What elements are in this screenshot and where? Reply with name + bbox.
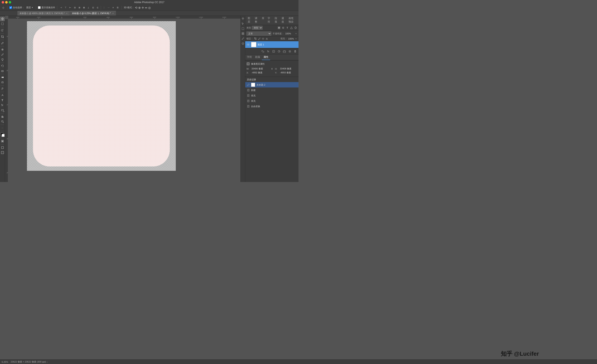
rp-tab-library[interactable]: 库 — [260, 16, 266, 25]
marquee-tool[interactable] — [0, 22, 5, 26]
add-mask-btn[interactable] — [272, 49, 276, 54]
text-tool[interactable]: T — [0, 98, 5, 103]
crop-tool[interactable] — [0, 34, 5, 39]
filter-pixel-icon[interactable] — [277, 26, 281, 29]
gradient-tool[interactable] — [0, 75, 5, 79]
add-fx-btn[interactable]: fx — [266, 49, 270, 54]
link-icon[interactable] — [270, 67, 273, 70]
minimize-button[interactable] — [5, 1, 8, 4]
align-middle-left[interactable]: ⊟ — [73, 6, 77, 10]
fill-expand-icon[interactable] — [295, 38, 297, 40]
maximize-button[interactable] — [9, 1, 11, 4]
show-transform-checkbox[interactable]: 显示变换控件 — [38, 6, 55, 9]
align-bottom-center[interactable]: ⊡ — [91, 6, 95, 10]
blend-mode-select[interactable]: 正常 — [246, 32, 271, 36]
align-middle-center[interactable]: ⊞ — [77, 6, 81, 10]
auto-select-checkbox[interactable]: 自动选择： — [9, 6, 24, 9]
tab-0-close[interactable]: ✕ — [66, 12, 68, 15]
tab-0[interactable]: 未标题-1 @ 406% (矩形 2 拷贝 9, CMYK/8) * ✕ — [17, 11, 70, 16]
rp-tab-character[interactable]: 字符 — [266, 16, 273, 25]
delete-layer-btn[interactable] — [293, 49, 297, 54]
link-layers-btn[interactable] — [261, 49, 265, 54]
screen-mode[interactable] — [0, 145, 5, 150]
lock-edit-icon[interactable] — [258, 37, 261, 40]
align-top-center[interactable]: ⊤ — [64, 6, 68, 10]
history-item-1[interactable]: 新建 — [245, 87, 298, 93]
filter-on-icon[interactable] — [294, 26, 297, 29]
align-middle-right[interactable]: ⊠ — [82, 6, 86, 10]
shape-tool[interactable]: ▶ — [0, 108, 5, 112]
ri-move-icon[interactable] — [241, 16, 245, 21]
3d-mode-icon5[interactable]: ◎ — [148, 6, 151, 9]
close-button[interactable] — [2, 1, 4, 4]
history-item-3[interactable]: 填充 — [245, 98, 298, 104]
layer-visibility-0[interactable] — [246, 43, 250, 46]
hand-tool[interactable] — [0, 114, 5, 119]
rp-tab-channels[interactable]: 通道 — [280, 16, 287, 25]
eyedropper-tool[interactable] — [0, 41, 5, 45]
create-group-btn[interactable] — [282, 49, 286, 54]
filter-shape-icon[interactable] — [290, 26, 293, 29]
filter-adjust-icon[interactable] — [282, 26, 285, 29]
lasso-tool[interactable] — [0, 28, 5, 32]
sub-tab-properties[interactable]: 属性 — [262, 55, 270, 60]
eraser-tool[interactable] — [0, 69, 5, 73]
ri-grid-icon[interactable] — [241, 32, 245, 36]
align-top-right[interactable]: ⊢ — [68, 6, 72, 10]
rp-tab-brush-presets[interactable]: 画笔预设 — [287, 16, 298, 25]
history-item-0[interactable]: 未标题-2 — [245, 82, 298, 87]
create-adjustment-btn[interactable] — [277, 49, 281, 54]
canvas-area[interactable] — [8, 19, 240, 182]
distribute-v2[interactable]: ☰ — [116, 6, 120, 10]
ri-pen-icon[interactable] — [241, 37, 245, 41]
lock-checkerboard-icon[interactable] — [254, 37, 257, 40]
move-tool-icon[interactable]: ⊹ — [1, 6, 5, 10]
ri-select-icon[interactable] — [241, 22, 245, 26]
3d-mode-icon1[interactable]: ⟲ — [135, 6, 137, 9]
edit-mask-mode[interactable] — [0, 139, 5, 143]
brush-tool[interactable] — [0, 52, 5, 57]
zoom-tool[interactable] — [0, 119, 5, 124]
rp-tab-paragraph[interactable]: 段落 — [273, 16, 280, 25]
sub-tab-paragraph[interactable]: 段落 — [253, 55, 262, 60]
extra-tools[interactable]: ··· — [0, 126, 5, 130]
dodge-tool[interactable] — [0, 87, 5, 91]
tab-1-close[interactable]: ✕ — [112, 12, 114, 15]
lock-all-icon[interactable] — [265, 37, 268, 40]
path-select-tool[interactable] — [0, 103, 5, 107]
healing-tool[interactable] — [0, 47, 5, 52]
align-bottom-left[interactable]: ⊥ — [86, 6, 91, 10]
foreground-color[interactable] — [0, 133, 5, 137]
history-brush-tool[interactable] — [0, 64, 5, 68]
screen-mode-2[interactable] — [0, 150, 5, 155]
layer-select-dropdown[interactable]: 图层 ▼ — [25, 6, 34, 9]
move-tool[interactable] — [0, 16, 5, 21]
distribute-h2[interactable]: ≡ — [111, 6, 115, 10]
3d-mode-icon4[interactable]: ⇔ — [145, 6, 147, 9]
ri-face-icon[interactable] — [241, 41, 245, 46]
distribute-h[interactable]: ⋮ — [102, 6, 106, 10]
3d-mode-icon3[interactable]: ✛ — [141, 6, 144, 9]
rp-tab-layers[interactable]: 图层 — [246, 16, 253, 25]
create-new-layer-btn[interactable] — [288, 49, 292, 54]
svg-point-32 — [273, 51, 274, 52]
align-bottom-right[interactable]: ⊏ — [95, 6, 100, 10]
blur-tool[interactable] — [0, 80, 5, 85]
rp-tab-adjustments[interactable]: 调整 — [253, 16, 260, 25]
tab-1[interactable]: 未标题-2 @ 6.25% (图层 1, CMYK/8) * ✕ — [70, 11, 116, 16]
layer-item-0[interactable]: 图层 1 — [245, 41, 298, 48]
dot-pattern-overlay — [33, 25, 170, 166]
lock-move-icon[interactable] — [262, 37, 265, 40]
ri-transform-icon[interactable] — [241, 26, 245, 31]
pen-tool[interactable] — [0, 93, 5, 97]
history-item-4[interactable]: 自由变换 — [245, 104, 298, 109]
3d-mode-icon2[interactable]: ⊕ — [138, 6, 141, 9]
clone-stamp-tool[interactable] — [0, 57, 5, 62]
filter-text-icon[interactable]: T — [286, 26, 289, 29]
distribute-v[interactable]: ⋯ — [107, 6, 111, 10]
filter-type-select[interactable]: 类型 名称 效果 — [252, 26, 263, 30]
opacity-expand-icon[interactable] — [295, 32, 297, 35]
history-item-2[interactable]: 填充 — [245, 93, 298, 98]
align-top-left[interactable]: ⊣ — [59, 6, 63, 10]
sub-tab-character[interactable]: 字符 — [245, 55, 253, 60]
